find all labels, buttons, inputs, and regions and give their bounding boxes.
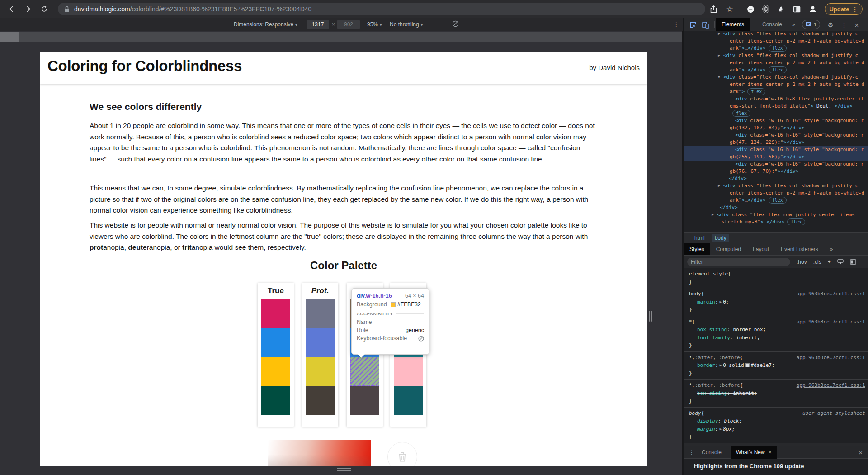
collapse-icon[interactable]: ▼ <box>718 74 723 81</box>
expand-icon[interactable]: ▶ <box>718 52 723 59</box>
update-button[interactable]: Update ⋮ <box>825 3 863 15</box>
viewport-scrollbar[interactable] <box>0 32 682 42</box>
dom-tree-row[interactable]: flex <box>684 110 868 117</box>
share-button[interactable] <box>708 4 719 14</box>
viewport-height-input[interactable]: 902 <box>337 20 360 29</box>
color-swatch[interactable] <box>306 328 335 357</box>
color-swatch[interactable] <box>306 299 335 328</box>
drawer-tab-whats-new[interactable]: What's New × <box>731 446 777 459</box>
stylesheet-link[interactable]: app.963b3ce…7ccf1.css:1 <box>797 290 865 298</box>
device-toolbar-menu[interactable]: ⋮ <box>674 21 679 28</box>
dom-tree-row[interactable]: ▶<div class="flex flex-col shadow-md jus… <box>684 52 868 59</box>
stylesheet-link[interactable]: app.963b3ce…7ccf1.css:1 <box>797 381 865 390</box>
breadcrumb-body[interactable]: body <box>712 234 729 242</box>
dom-tree-row[interactable]: ark">…</div>flex <box>684 197 868 204</box>
color-swatch[interactable] <box>261 299 290 328</box>
dom-tree-row[interactable]: gb(255, 191, 50);"></div> <box>684 153 868 161</box>
extension-button-2[interactable] <box>760 4 771 14</box>
color-swatch[interactable] <box>261 386 290 415</box>
dom-tree-row[interactable]: gb(47, 134, 229);"></div> <box>684 139 868 146</box>
dom-tree-row[interactable]: ark">flex <box>684 88 868 95</box>
sidebar-position-button[interactable] <box>850 259 856 265</box>
viewport-resize-handle-bottom[interactable] <box>337 468 351 472</box>
no-throttle-button[interactable] <box>452 20 459 27</box>
issues-counter[interactable]: 1 <box>802 20 820 29</box>
zoom-dropdown[interactable]: 95%▾ <box>367 21 382 28</box>
expand-icon[interactable]: ▶ <box>718 182 723 190</box>
color-swatch[interactable] <box>394 386 423 415</box>
css-property[interactable]: box-sizing: border-box; <box>689 326 865 334</box>
toggle-device-toolbar-button[interactable] <box>702 21 710 29</box>
dom-tree-row[interactable]: <div class="w-16 h-16" style="background… <box>684 146 868 153</box>
dom-tree-row[interactable]: ▶<div class="flex flex-row justify-cente… <box>684 211 868 218</box>
inspect-element-button[interactable] <box>689 21 697 29</box>
dom-tree-row[interactable]: ▼<div class="flex flex-col shadow-md jus… <box>684 74 868 81</box>
css-property[interactable]: display: block; <box>689 417 865 425</box>
css-property[interactable]: margin:▶8px; <box>689 425 865 433</box>
forward-button[interactable] <box>23 4 33 14</box>
dom-tree-row[interactable]: <div class="w-16 h-16" style="background… <box>684 161 868 168</box>
dom-tree-row[interactable]: gb(76, 67, 70);"></div> <box>684 168 868 175</box>
tab-computed[interactable]: Computed <box>710 243 747 255</box>
color-scheme-button[interactable] <box>837 259 844 265</box>
dom-tree-row[interactable]: </div> <box>684 175 868 182</box>
side-panel-button[interactable] <box>791 4 802 14</box>
extensions-menu-button[interactable] <box>776 4 787 14</box>
dom-tree-row[interactable]: enter items-center p-2 mx-2 h-auto bg-wh… <box>684 38 868 45</box>
address-bar[interactable]: davidmathlogic.com/colorblind/#%23D81B60… <box>58 3 705 15</box>
more-style-tabs-button[interactable]: » <box>824 243 839 255</box>
dom-tree-row[interactable]: ark">…</div>flex <box>684 45 868 52</box>
delete-color-button[interactable] <box>387 442 417 466</box>
bookmark-button[interactable]: ☆ <box>724 4 735 14</box>
dom-tree-row[interactable]: stretch my-8">…</div>flex <box>684 218 868 226</box>
dimensions-dropdown[interactable]: Dimensions: Responsive▾ <box>234 21 297 28</box>
expand-icon[interactable]: ▶ <box>712 211 717 218</box>
dom-tree-row[interactable]: gb(132, 107, 84);"></div> <box>684 124 868 132</box>
drawer-tab-console[interactable]: Console <box>696 446 727 459</box>
color-swatch[interactable] <box>261 357 290 386</box>
scrollbar-thumb[interactable] <box>0 32 19 42</box>
close-tab-icon[interactable]: × <box>769 450 772 455</box>
drawer-close-button[interactable]: × <box>853 446 868 459</box>
css-property[interactable]: border:▶0 solid#dae1e7; <box>689 361 865 370</box>
dom-tree-row[interactable]: </div> <box>684 204 868 211</box>
dom-tree-row[interactable]: enter items-center p-2 mx-2 h-auto bg-wh… <box>684 59 868 66</box>
css-rule[interactable]: element.style {} <box>684 268 868 288</box>
back-button[interactable] <box>6 4 17 14</box>
css-rule[interactable]: *, :after, :before {app.963b3ce…7ccf1.cs… <box>684 352 868 380</box>
dom-tree-row[interactable]: ▶<div class="flex flex-col shadow-md jus… <box>684 182 868 190</box>
dom-tree-row[interactable]: ▶<div class="flex flex-col shadow-md jus… <box>684 30 868 38</box>
css-property[interactable]: margin:▶0; <box>689 298 865 306</box>
more-tabs-button[interactable]: » <box>787 18 801 31</box>
viewport-width-input[interactable]: 1317 <box>307 20 329 29</box>
color-swatch[interactable] <box>350 386 379 415</box>
flex-badge[interactable]: flex <box>769 197 787 204</box>
color-swatch[interactable] <box>350 357 379 386</box>
expand-icon[interactable]: ▶ <box>718 30 723 38</box>
color-gradient-picker[interactable] <box>268 440 371 466</box>
css-rule[interactable]: * {app.963b3ce…7ccf1.css:1box-sizing: bo… <box>684 316 868 352</box>
dom-tree-row[interactable]: ark">…</div>flex <box>684 66 868 74</box>
styles-filter-input[interactable]: Filter <box>687 258 790 266</box>
color-swatch[interactable] <box>261 328 290 357</box>
devtools-settings-button[interactable]: ⚙ <box>826 21 835 29</box>
new-style-rule-button[interactable]: + <box>828 259 831 265</box>
tab-elements[interactable]: Elements <box>716 18 750 31</box>
throttling-dropdown[interactable]: No throttling▾ <box>390 21 423 28</box>
flex-badge[interactable]: flex <box>747 88 765 95</box>
tab-styles[interactable]: Styles <box>684 243 710 255</box>
viewport-resize-handle-right[interactable] <box>649 311 654 323</box>
stylesheet-link[interactable]: app.963b3ce…7ccf1.css:1 <box>797 318 865 326</box>
flex-badge[interactable]: flex <box>769 45 787 52</box>
css-rule[interactable]: body {app.963b3ce…7ccf1.css:1margin:▶0;} <box>684 288 868 316</box>
dom-tree-row[interactable]: <div class="w-16 h-16" style="background… <box>684 132 868 139</box>
css-color-swatch[interactable] <box>745 363 750 367</box>
css-property[interactable]: font-family: inherit; <box>689 334 865 342</box>
extension-button-1[interactable] <box>745 4 756 14</box>
dom-tree-row[interactable]: ems-start font-bold italic"> Deut. </div… <box>684 103 868 110</box>
flex-badge[interactable]: flex <box>732 110 750 117</box>
color-swatch[interactable] <box>394 357 423 386</box>
dom-tree-row[interactable]: <div class="w-16 h-16" style="background… <box>684 117 868 124</box>
color-swatch[interactable] <box>306 357 335 386</box>
tab-console[interactable]: Console <box>757 18 788 31</box>
